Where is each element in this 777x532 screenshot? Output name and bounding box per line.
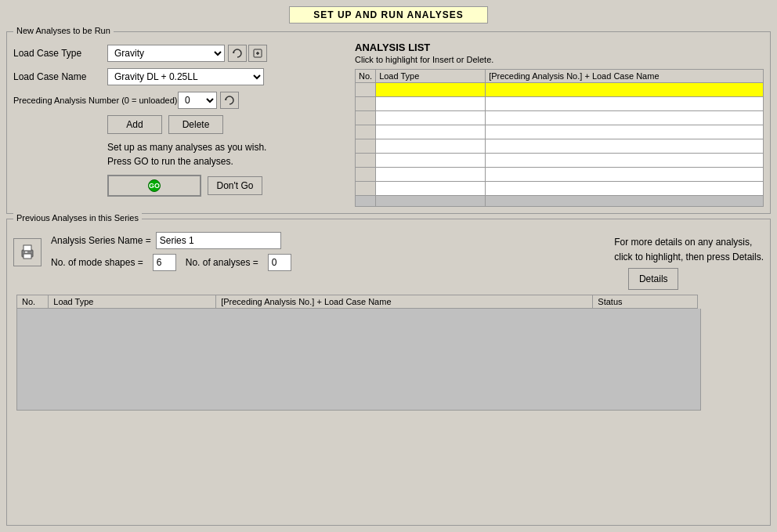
analysis-row-case-name [486, 83, 764, 97]
svg-rect-6 [25, 252, 27, 253]
analysis-row-no [356, 139, 376, 154]
svg-rect-4 [23, 245, 31, 251]
preceding-analysis-row: Preceding Analysis Number (0 = unloaded)… [13, 92, 342, 109]
analysis-row-case-name [486, 111, 764, 125]
analysis-table-row[interactable] [356, 154, 764, 168]
go-circle-icon: GO [148, 179, 161, 192]
help-line2: Press GO to run the analyses. [107, 154, 342, 168]
details-form: Analysis Series Name = No. of mode shape… [51, 232, 583, 271]
load-case-type-row: Load Case Type Gravity Seismic Wind [13, 45, 342, 62]
analysis-list-subtitle: Click to highlight for Insert or Delete. [355, 55, 764, 64]
analysis-table-row[interactable] [356, 125, 764, 139]
load-case-name-select[interactable]: Gravity DL + 0.25LL [107, 68, 264, 85]
col-no-header: No. [356, 70, 376, 83]
analysis-row-no [356, 154, 376, 168]
details-sub-row: No. of mode shapes = No. of analyses = [51, 254, 583, 271]
analysis-row-case-name [486, 168, 764, 182]
svg-rect-5 [23, 254, 31, 259]
load-case-name-row: Load Case Name Gravity DL + 0.25LL [13, 68, 342, 85]
previous-analyses-label: Previous Analyses in this Series [13, 213, 142, 223]
col-case-name-header: [Preceding Analysis No.] + Load Case Nam… [486, 70, 764, 83]
go-button[interactable]: GO [107, 175, 201, 197]
analysis-table-row[interactable] [356, 168, 764, 182]
load-case-name-label: Load Case Name [13, 71, 107, 82]
prev-col-status-header: Status [593, 295, 698, 309]
series-name-label: Analysis Series Name = [51, 235, 151, 246]
action-row: GO Don't Go [107, 175, 342, 197]
preceding-select-wrapper: 0 [178, 92, 217, 109]
details-info-line2: click to highlight, then press Details. [614, 250, 764, 265]
analysis-row-load-type [376, 125, 486, 139]
analysis-row-load-type [376, 182, 486, 196]
new-analyses-label: New Analyses to be Run [13, 26, 114, 35]
series-name-row: Analysis Series Name = [51, 232, 583, 249]
analysis-row-load-type [376, 154, 486, 168]
prev-analysis-content: Analysis Series Name = No. of mode shape… [13, 226, 764, 290]
help-line1: Set up as many analyses as you wish. [107, 140, 342, 154]
details-button[interactable]: Details [628, 268, 678, 290]
analysis-table: No. Load Type [Preceding Analysis No.] +… [355, 69, 764, 207]
analysis-list-title: ANALYSIS LIST [355, 42, 764, 53]
mode-shapes-input[interactable] [153, 254, 176, 271]
add-delete-row: Add Delete [107, 115, 342, 134]
analysis-list-panel: ANALYSIS LIST Click to highlight for Ins… [355, 38, 764, 207]
prev-table: No. Load Type [Preceding Analysis No.] +… [16, 295, 698, 309]
details-info: For more details on any analysis, click … [614, 235, 764, 265]
analysis-row-case-name [486, 97, 764, 111]
num-analyses-label: No. of analyses = [186, 257, 258, 268]
new-analyses-panel: New Analyses to be Run Load Case Type Gr… [6, 31, 771, 214]
title-bar: SET UP AND RUN ANALYSES [6, 6, 771, 24]
analysis-row-case-name [486, 154, 764, 168]
analysis-row-load-type [376, 111, 486, 125]
load-case-type-extra-btn[interactable] [248, 45, 267, 62]
left-form: Load Case Type Gravity Seismic Wind [13, 38, 342, 207]
details-info-line1: For more details on any analysis, [614, 235, 764, 250]
prev-table-container: No. Load Type [Preceding Analysis No.] +… [13, 295, 764, 411]
analysis-row-no [356, 168, 376, 182]
analysis-table-row[interactable] [356, 139, 764, 154]
preceding-refresh-btn[interactable] [220, 92, 239, 109]
analysis-row-load-type [376, 97, 486, 111]
analysis-row-case-name [486, 139, 764, 154]
analysis-row-load-type [376, 139, 486, 154]
analysis-row-no [356, 182, 376, 196]
details-right-section: For more details on any analysis, click … [605, 235, 764, 290]
load-case-type-select[interactable]: Gravity Seismic Wind [107, 45, 225, 62]
mode-shapes-label: No. of mode shapes = [51, 257, 143, 268]
page-title: SET UP AND RUN ANALYSES [289, 6, 487, 24]
printer-button[interactable] [13, 238, 42, 266]
prev-table-empty-area [16, 309, 701, 411]
load-case-type-label: Load Case Type [13, 48, 107, 59]
analysis-row-load-type [376, 83, 486, 97]
series-name-input[interactable] [156, 232, 281, 249]
analysis-row-case-name [486, 182, 764, 196]
dont-go-button[interactable]: Don't Go [208, 176, 262, 195]
prev-col-load-type-header: Load Type [49, 295, 216, 309]
add-button[interactable]: Add [107, 115, 162, 134]
analysis-row-no [356, 83, 376, 97]
analysis-row-load-type [376, 168, 486, 182]
analysis-table-row[interactable] [356, 97, 764, 111]
load-case-name-wrapper: Gravity DL + 0.25LL [107, 68, 264, 85]
analysis-row-no [356, 97, 376, 111]
analysis-table-footer [356, 196, 764, 207]
num-analyses-input[interactable] [268, 254, 291, 271]
analysis-row-no [356, 111, 376, 125]
load-case-type-wrapper: Gravity Seismic Wind [107, 45, 225, 62]
help-text: Set up as many analyses as you wish. Pre… [107, 140, 342, 168]
main-container: SET UP AND RUN ANALYSES New Analyses to … [0, 0, 777, 532]
delete-button[interactable]: Delete [168, 115, 223, 134]
prev-col-case-name-header: [Preceding Analysis No.] + Load Case Nam… [216, 295, 593, 309]
preceding-select[interactable]: 0 [178, 92, 217, 109]
analysis-table-row[interactable] [356, 83, 764, 97]
preceding-analysis-label: Preceding Analysis Number (0 = unloaded) [13, 96, 178, 105]
previous-analyses-panel: Previous Analyses in this Series Analysi… [6, 219, 771, 526]
load-case-type-refresh-btn[interactable] [228, 45, 247, 62]
analysis-table-row[interactable] [356, 182, 764, 196]
col-load-type-header: Load Type [376, 70, 486, 83]
analysis-row-case-name [486, 125, 764, 139]
prev-col-no-header: No. [17, 295, 49, 309]
analysis-table-row[interactable] [356, 111, 764, 125]
analysis-row-no [356, 125, 376, 139]
